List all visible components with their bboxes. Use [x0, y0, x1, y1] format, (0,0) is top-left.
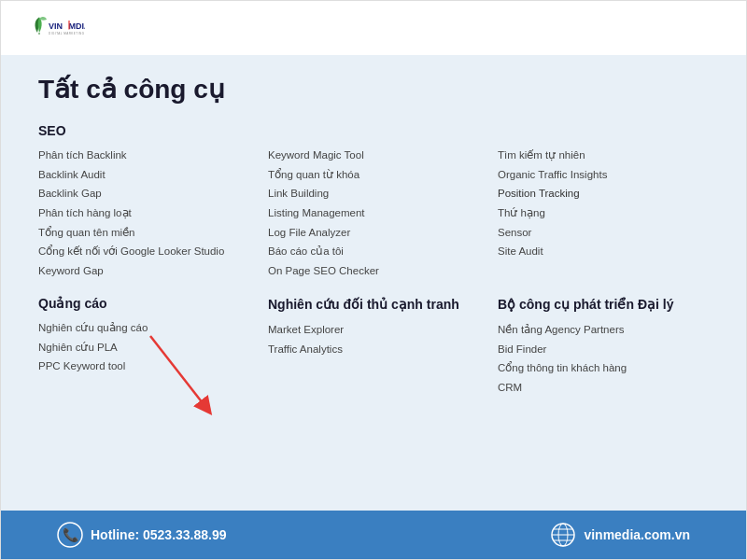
bocongcu-list: Nền tảng Agency Partners Bid Finder Cổng… — [498, 320, 709, 398]
seo-item[interactable]: Phân tích hàng loạt — [38, 203, 249, 223]
phone-icon: 📞 — [57, 522, 83, 548]
seo-item[interactable]: Tìm kiếm tự nhiên — [498, 146, 709, 165]
seo-item[interactable]: Link Building — [268, 184, 479, 203]
seo-item[interactable]: Position Tracking — [498, 184, 709, 203]
seo-item[interactable]: Tổng quan từ khóa — [268, 165, 479, 185]
seo-item[interactable]: Thứ hạng — [498, 203, 709, 223]
seo-item[interactable]: Log File Analyzer — [268, 223, 479, 243]
bocongcu-section: Bộ công cụ phát triển Đại lý Nền tảng Ag… — [498, 296, 709, 398]
svg-text:📞: 📞 — [63, 527, 79, 543]
footer: 📞 Hotline: 0523.33.88.99 vinmedia.com.vn — [1, 511, 746, 559]
seo-item[interactable]: Keyword Gap — [38, 261, 249, 281]
seo-col1: Phân tích Backlink Backlink Audit Backli… — [38, 146, 249, 281]
seo-item[interactable]: On Page SEO Checker — [268, 261, 479, 281]
nghiencuu-item[interactable]: Traffic Analytics — [268, 340, 479, 359]
bocongcu-title: Bộ công cụ phát triển Đại lý — [498, 296, 709, 313]
website-text: vinmedia.com.vn — [584, 527, 690, 542]
bocongcu-item[interactable]: Bid Finder — [498, 340, 709, 359]
quangcao-title: Quảng cáo — [38, 296, 249, 311]
seo-col3: Tìm kiếm tự nhiên Organic Traffic Insigh… — [498, 146, 709, 281]
nghiencuu-item[interactable]: Market Explorer — [268, 320, 479, 340]
seo-item[interactable]: Organic Traffic Insights — [498, 165, 709, 185]
seo-item[interactable]: Backlink Gap — [38, 184, 249, 203]
nghiencuu-section: Nghiên cứu đối thủ cạnh tranh Market Exp… — [268, 296, 479, 398]
seo-item[interactable]: Sensor — [498, 223, 709, 243]
globe-icon — [550, 522, 576, 548]
seo-item[interactable]: Keyword Magic Tool — [268, 146, 479, 165]
bocongcu-item[interactable]: Cổng thông tin khách hàng — [498, 358, 709, 378]
svg-text:DIA: DIA — [76, 21, 85, 31]
seo-title: SEO — [38, 123, 709, 138]
seo-item[interactable]: Site Audit — [498, 242, 709, 261]
seo-item[interactable]: Phân tích Backlink — [38, 146, 249, 165]
bottom-sections: Quảng cáo Nghiên cứu quảng cáo Nghiên cứ… — [38, 296, 709, 407]
nghiencuu-list: Market Explorer Traffic Analytics — [268, 320, 479, 358]
footer-website[interactable]: vinmedia.com.vn — [550, 522, 690, 548]
quangcao-list: Nghiên cứu quảng cáo Nghiên cứu PLA PPC … — [38, 318, 249, 376]
bocongcu-item[interactable]: CRM — [498, 378, 709, 398]
svg-text:VIN: VIN — [49, 21, 63, 31]
hotline-text: Hotline: 0523.33.88.99 — [91, 527, 227, 542]
seo-section: SEO Phân tích Backlink Backlink Audit Ba… — [38, 123, 709, 281]
seo-item[interactable]: Tổng quan tên miền — [38, 223, 249, 243]
quangcao-item[interactable]: Nghiên cứu quảng cáo — [38, 318, 249, 338]
seo-item[interactable]: Cổng kết nối với Google Looker Studio — [38, 242, 249, 261]
seo-item[interactable]: Backlink Audit — [38, 165, 249, 185]
quangcao-section: Quảng cáo Nghiên cứu quảng cáo Nghiên cứ… — [38, 296, 249, 398]
quangcao-item[interactable]: PPC Keyword tool — [38, 357, 249, 376]
page-wrapper: VIN M DIA DIGITAL MARKETING Tất cả công … — [0, 0, 747, 560]
main-content: Tất cả công cụ SEO Phân tích Backlink Ba… — [1, 55, 746, 511]
seo-item[interactable]: Listing Management — [268, 203, 479, 223]
logo-area: VIN M DIA DIGITAL MARKETING — [29, 10, 85, 49]
seo-item[interactable]: Báo cáo của tôi — [268, 242, 479, 261]
footer-hotline[interactable]: 📞 Hotline: 0523.33.88.99 — [57, 522, 227, 548]
seo-col2: Keyword Magic Tool Tổng quan từ khóa Lin… — [268, 146, 479, 281]
quangcao-item[interactable]: Nghiên cứu PLA — [38, 338, 249, 357]
page-title: Tất cả công cụ — [38, 74, 709, 105]
svg-text:DIGITAL MARKETING: DIGITAL MARKETING — [49, 32, 85, 35]
nghiencuu-title: Nghiên cứu đối thủ cạnh tranh — [268, 296, 479, 313]
header: VIN M DIA DIGITAL MARKETING — [1, 1, 746, 55]
bocongcu-item[interactable]: Nền tảng Agency Partners — [498, 320, 709, 340]
logo-icon[interactable]: VIN M DIA DIGITAL MARKETING — [29, 10, 85, 49]
